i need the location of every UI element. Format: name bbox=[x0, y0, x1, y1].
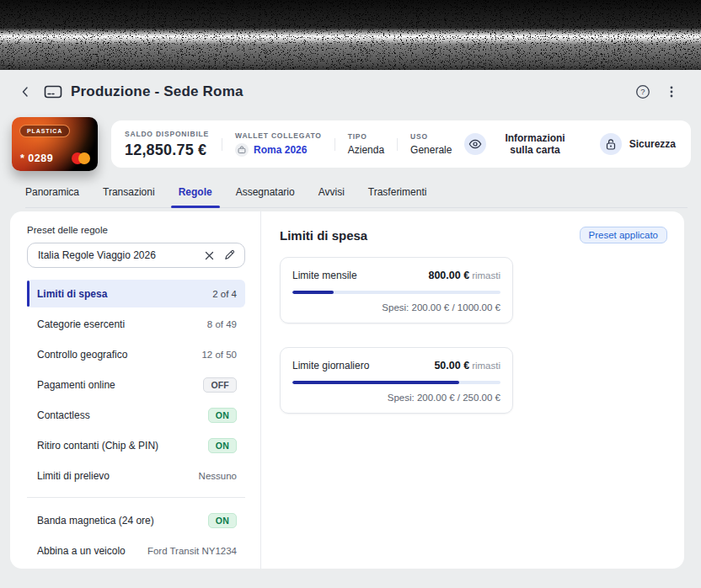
rule-item-label: Abbina a un veicolo bbox=[37, 545, 126, 557]
summary-field-tipo: TIPOAzienda bbox=[335, 130, 397, 159]
pencil-icon bbox=[223, 249, 235, 261]
limit-cards: Limite mensile800.00 €rimastiSpesi: 200.… bbox=[280, 257, 667, 414]
rule-item-meta: Ford Transit NY1234 bbox=[147, 546, 237, 556]
noise-texture bbox=[0, 0, 701, 70]
summary-field-value: 12,850.75 € bbox=[125, 142, 209, 159]
tab-avvisi[interactable]: Avvisi bbox=[318, 181, 345, 207]
card-bottom: * 0289 bbox=[20, 152, 90, 164]
rule-status-badge: ON bbox=[208, 408, 237, 423]
limit-remaining-amount: 800.00 € bbox=[428, 270, 469, 281]
limits-panel: Limiti di spesa Preset applicato Limite … bbox=[261, 211, 684, 569]
limit-remaining-amount: 50.00 € bbox=[434, 360, 469, 372]
rule-item-abbina-a-un-veicolo[interactable]: Abbina a un veicoloFord Transit NY1234 bbox=[27, 537, 245, 564]
limit-progress-track bbox=[292, 291, 500, 294]
tab-trasferimenti[interactable]: Trasferimenti bbox=[368, 181, 427, 207]
summary-field-saldo-disponibile: SALDO DISPONIBILE12,850.75 € bbox=[125, 130, 222, 159]
wallet-link-label: Roma 2026 bbox=[254, 144, 307, 156]
limit-remaining-suffix: rimasti bbox=[472, 270, 500, 281]
tab-assegnatario[interactable]: Assegnatario bbox=[236, 181, 295, 207]
summary-field-label: TIPO bbox=[348, 132, 384, 141]
limit-spent-text: Spesi: 200.00 € / 250.00 € bbox=[292, 393, 500, 403]
tab-regole[interactable]: Regole bbox=[179, 181, 212, 207]
close-icon bbox=[204, 250, 215, 261]
rule-status-badge: ON bbox=[208, 513, 237, 528]
tab-transazioni[interactable]: Transazioni bbox=[103, 181, 155, 207]
rule-item-meta: Nessuno bbox=[199, 471, 237, 481]
preset-input-group bbox=[27, 243, 245, 268]
action-sicurezza[interactable]: Sicurezza bbox=[600, 133, 676, 155]
help-icon: ? bbox=[635, 84, 650, 99]
rule-item-limiti-di-prelievo[interactable]: Limiti di prelievoNessuno bbox=[27, 462, 245, 489]
briefcase-icon bbox=[235, 143, 249, 157]
edit-preset-button[interactable] bbox=[219, 245, 239, 265]
card-masked-number: * 0289 bbox=[20, 152, 53, 164]
lock-icon bbox=[600, 133, 622, 155]
wallet-link[interactable]: Roma 2026 bbox=[235, 143, 322, 157]
rules-sidebar: Preset delle regole Limiti di spesa2 of … bbox=[10, 211, 261, 569]
help-button[interactable]: ? bbox=[632, 81, 654, 103]
rule-item-limiti-di-spesa[interactable]: Limiti di spesa2 of 4 bbox=[27, 280, 245, 307]
limit-card-limite-mensile: Limite mensile800.00 €rimastiSpesi: 200.… bbox=[280, 257, 513, 323]
header-actions: ? bbox=[632, 81, 681, 103]
limit-card-limite-giornaliero: Limite giornaliero50.00 €rimastiSpesi: 2… bbox=[280, 347, 513, 414]
rule-item-pagamenti-online[interactable]: Pagamenti onlineOFF bbox=[27, 371, 245, 398]
credit-card-icon bbox=[44, 84, 62, 99]
summary-field-value: Azienda bbox=[348, 144, 384, 156]
action-informazioni-sulla-carta[interactable]: Informazioni sulla carta bbox=[464, 132, 575, 156]
rule-item-label: Contactless bbox=[37, 409, 90, 421]
preset-label: Preset delle regole bbox=[27, 225, 245, 235]
rule-item-label: Categorie esercenti bbox=[37, 318, 125, 330]
limits-header: Limiti di spesa Preset applicato bbox=[280, 227, 667, 243]
limit-progress-fill bbox=[292, 291, 334, 294]
rule-item-label: Controllo geografico bbox=[37, 349, 127, 361]
summary-field-label: WALLET COLLEGATO bbox=[235, 131, 322, 140]
summary-field-wallet-collegato: WALLET COLLEGATORoma 2026 bbox=[222, 130, 334, 159]
preset-applied-badge[interactable]: Preset applicato bbox=[580, 227, 667, 243]
limit-remaining: 800.00 €rimasti bbox=[428, 267, 500, 282]
rule-list-divider bbox=[27, 497, 245, 498]
action-label: Informazioni sulla carta bbox=[494, 132, 575, 156]
rule-item-meta: 2 of 4 bbox=[212, 289, 237, 299]
card-visual: PLASTICA * 0289 bbox=[12, 117, 98, 171]
rule-item-label: Pagamenti online bbox=[37, 379, 115, 391]
limits-title: Limiti di spesa bbox=[280, 228, 367, 243]
eye-icon bbox=[464, 133, 486, 155]
tab-panoramica[interactable]: Panoramica bbox=[25, 181, 79, 207]
limit-label: Limite mensile bbox=[292, 270, 357, 281]
limit-remaining-suffix: rimasti bbox=[472, 361, 500, 371]
tab-bar: PanoramicaTransazioniRegoleAssegnatarioA… bbox=[25, 181, 688, 208]
rule-item-ritiro-contanti-chip-pin[interactable]: Ritiro contanti (Chip & PIN)ON bbox=[27, 431, 245, 459]
summary-field-label: USO bbox=[410, 132, 452, 141]
limit-progress-track bbox=[292, 381, 500, 384]
clear-preset-button[interactable] bbox=[199, 245, 219, 265]
limit-remaining: 50.00 €rimasti bbox=[434, 357, 500, 372]
rule-list: Limiti di spesa2 of 4Categorie esercenti… bbox=[27, 280, 245, 564]
summary-field-uso: USOGenerale bbox=[398, 130, 464, 159]
overflow-menu-button[interactable] bbox=[662, 82, 681, 102]
limit-label: Limite giornaliero bbox=[292, 360, 369, 372]
rule-item-categorie-esercenti[interactable]: Categorie esercenti8 of 49 bbox=[27, 310, 245, 338]
card-summary-bar: SALDO DISPONIBILE12,850.75 €WALLET COLLE… bbox=[111, 120, 691, 168]
mastercard-logo bbox=[72, 152, 90, 164]
rules-main-panel: Preset delle regole Limiti di spesa2 of … bbox=[10, 211, 684, 569]
selected-accent-bar bbox=[27, 281, 29, 307]
page: Produzione - Sede Roma ? PLASTICA * 0289… bbox=[0, 0, 701, 588]
rule-item-controllo-geografico[interactable]: Controllo geografico12 of 50 bbox=[27, 340, 245, 368]
chevron-left-icon bbox=[19, 85, 32, 99]
rule-item-contactless[interactable]: ContactlessON bbox=[27, 401, 245, 429]
limit-progress-fill bbox=[292, 381, 459, 384]
card-summary-row: PLASTICA * 0289 SALDO DISPONIBILE12,850.… bbox=[12, 117, 691, 171]
summary-field-value: Generale bbox=[410, 144, 452, 156]
rule-item-label: Ritiro contanti (Chip & PIN) bbox=[37, 440, 158, 452]
summary-field-label: SALDO DISPONIBILE bbox=[125, 130, 209, 138]
rule-status-badge: OFF bbox=[203, 377, 237, 393]
rule-item-banda-magnetica-24-ore[interactable]: Banda magnetica (24 ore)ON bbox=[27, 506, 245, 534]
kebab-menu-icon bbox=[666, 85, 677, 99]
back-button[interactable] bbox=[15, 82, 35, 102]
action-label: Sicurezza bbox=[629, 138, 676, 150]
preset-name-input[interactable] bbox=[38, 249, 199, 261]
rule-item-meta: 8 of 49 bbox=[207, 319, 237, 329]
limit-spent-text: Spesi: 200.00 € / 1000.00 € bbox=[292, 302, 500, 313]
rule-item-label: Limiti di spesa bbox=[37, 288, 107, 300]
summary-fields: SALDO DISPONIBILE12,850.75 €WALLET COLLE… bbox=[125, 130, 464, 159]
